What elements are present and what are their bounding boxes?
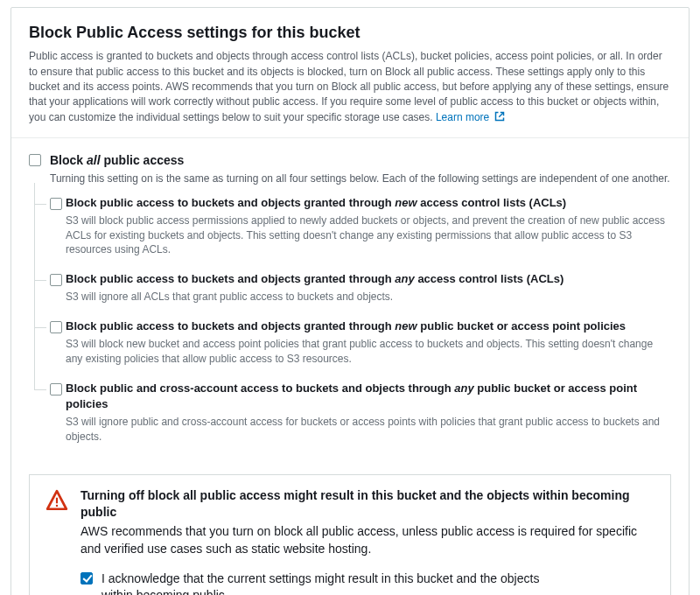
settings-tree: Block public access to buckets and objec… — [34, 195, 671, 444]
svg-rect-0 — [56, 498, 58, 504]
option-new-acls-label: Block public access to buckets and objec… — [66, 195, 671, 211]
warning-icon — [46, 489, 68, 512]
acknowledge-label: I acknowledge that the current settings … — [102, 570, 553, 595]
option-new-policies: Block public access to buckets and objec… — [34, 318, 671, 367]
option-any-acls: Block public access to buckets and objec… — [34, 271, 671, 304]
option-any-policies: Block public and cross-account access to… — [34, 381, 671, 444]
panel-title: Block Public Access settings for this bu… — [29, 22, 671, 44]
warning-text: AWS recommends that you turn on block al… — [80, 522, 654, 558]
option-any-policies-desc: S3 will ignore public and cross-account … — [66, 415, 671, 444]
option-any-policies-checkbox[interactable] — [50, 383, 62, 396]
block-all-sub: Turning this setting on is the same as t… — [50, 172, 670, 186]
warning-title: Turning off block all public access migh… — [80, 487, 654, 522]
block-all-checkbox[interactable] — [29, 154, 41, 166]
panel-description: Public access is granted to buckets and … — [29, 49, 671, 125]
option-new-acls-desc: S3 will block public access permissions … — [66, 214, 671, 257]
panel-header: Block Public Access settings for this bu… — [11, 8, 689, 137]
option-new-policies-checkbox[interactable] — [50, 321, 62, 333]
warning-content: Turning off block all public access migh… — [80, 487, 654, 595]
svg-rect-1 — [56, 505, 58, 507]
option-any-acls-desc: S3 will ignore all ACLs that grant publi… — [66, 290, 671, 304]
learn-more-label: Learn more — [436, 111, 489, 123]
learn-more-link[interactable]: Learn more — [436, 111, 505, 123]
option-any-acls-label: Block public access to buckets and objec… — [66, 271, 671, 287]
block-public-access-panel: Block Public Access settings for this bu… — [10, 7, 690, 595]
external-link-icon — [494, 111, 505, 122]
block-all-label: Block all public access — [50, 152, 670, 170]
option-any-policies-label: Block public and cross-account access to… — [66, 381, 671, 412]
settings-body: Block all public access Turning this set… — [11, 138, 689, 467]
warning-box: Turning off block all public access migh… — [29, 474, 671, 595]
acknowledge-row: I acknowledge that the current settings … — [80, 570, 553, 595]
option-new-policies-label: Block public access to buckets and objec… — [66, 318, 671, 334]
option-any-acls-checkbox[interactable] — [50, 274, 62, 286]
option-new-policies-desc: S3 will block new bucket and access poin… — [66, 337, 671, 367]
option-new-acls: Block public access to buckets and objec… — [34, 195, 671, 258]
block-all-setting: Block all public access Turning this set… — [29, 152, 671, 186]
acknowledge-checkbox[interactable] — [80, 572, 93, 584]
option-new-acls-checkbox[interactable] — [50, 198, 62, 210]
panel-description-text: Public access is granted to buckets and … — [29, 50, 668, 123]
